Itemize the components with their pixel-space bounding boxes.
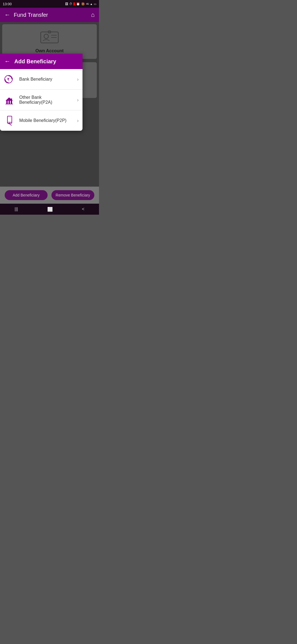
modal-body: ₹ Bank Beneficiary › (0, 69, 82, 131)
gallery-icon: 🖼 (65, 2, 68, 6)
mobile-beneficiary-chevron: › (77, 118, 79, 124)
remove-beneficiary-button[interactable]: Remove Beneficiary (51, 190, 94, 200)
other-bank-beneficiary-label: Other Bank Beneficiary(P2A) (19, 95, 73, 105)
system-nav-bar: ||| ⬜ < (0, 204, 99, 215)
mobile-beneficiary-label: Mobile Beneficiary(P2P) (19, 118, 73, 123)
home-button[interactable]: ⌂ (91, 11, 95, 18)
modal-header: ← Add Beneficiary (0, 54, 82, 69)
back-nav-button[interactable]: < (82, 207, 84, 212)
alarm-icon: ⏰ (76, 2, 80, 6)
page: 13:00 🖼 ⏱ █ ⏰ 🔕 4G ▲ ▭ ← Fund Transfer ⌂ (0, 0, 99, 215)
status-time: 13:00 (3, 2, 12, 6)
mobile-beneficiary-icon-wrap (4, 115, 15, 126)
app-header: ← Fund Transfer ⌂ (0, 8, 99, 22)
svg-point-23 (9, 123, 10, 124)
mute-icon: 🔕 (81, 2, 85, 6)
battery-red-icon: █ (73, 2, 75, 5)
other-bank-beneficiary-item[interactable]: Other Bank Beneficiary(P2A) › (0, 90, 82, 110)
page-title: Fund Transfer (14, 12, 48, 18)
bank-beneficiary-icon-wrap: ₹ (4, 73, 15, 85)
signal-icon: ▲ (90, 2, 93, 6)
status-icons: 🖼 ⏱ █ ⏰ 🔕 4G ▲ ▭ (65, 2, 96, 6)
back-button[interactable]: ← (4, 11, 10, 18)
status-bar: 13:00 🖼 ⏱ █ ⏰ 🔕 4G ▲ ▭ (0, 0, 99, 8)
other-bank-beneficiary-icon-wrap (4, 94, 15, 106)
recent-apps-button[interactable]: ||| (15, 207, 18, 212)
modal-title: Add Beneficiary (14, 58, 56, 65)
action-bar: Add Beneficiary Remove Beneficiary (0, 187, 99, 204)
bank-beneficiary-label: Bank Beneficiary (19, 77, 73, 82)
svg-text:₹: ₹ (7, 78, 9, 81)
svg-rect-16 (6, 101, 8, 104)
header-left-group: ← Fund Transfer (4, 11, 48, 18)
add-beneficiary-button[interactable]: Add Beneficiary (5, 190, 48, 200)
add-beneficiary-modal: ← Add Beneficiary ₹ (0, 54, 82, 131)
timer-icon: ⏱ (69, 2, 72, 6)
bank-beneficiary-item[interactable]: ₹ Bank Beneficiary › (0, 69, 82, 90)
modal-back-button[interactable]: ← (4, 58, 10, 65)
battery-icon: ▭ (94, 2, 96, 6)
mobile-beneficiary-item[interactable]: Mobile Beneficiary(P2P) › (0, 110, 82, 131)
home-nav-button[interactable]: ⬜ (47, 207, 53, 212)
bank-beneficiary-chevron: › (77, 77, 79, 82)
other-bank-beneficiary-chevron: › (77, 97, 79, 103)
network-4g-icon: 4G (86, 2, 89, 5)
